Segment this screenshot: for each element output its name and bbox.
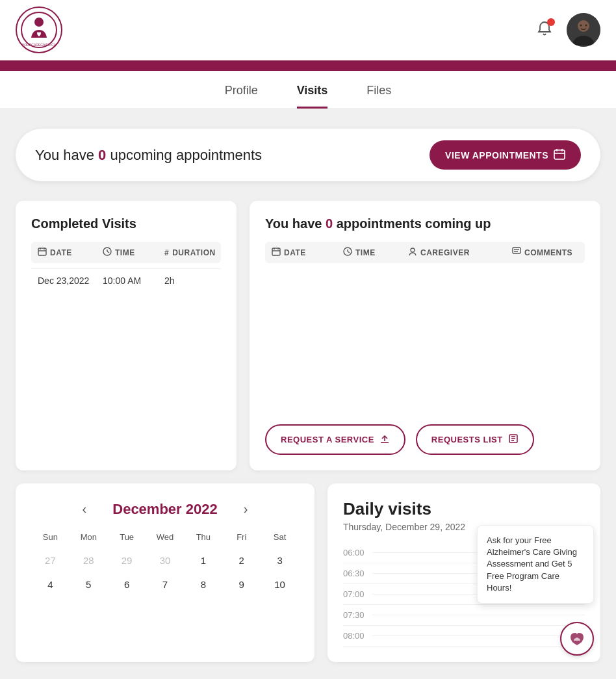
time-slot-label: 07:30 xyxy=(343,610,372,620)
col-date: DATE xyxy=(31,247,103,258)
svg-point-7 xyxy=(585,25,587,27)
bell-icon xyxy=(535,29,554,40)
time-slot: 07:30 xyxy=(343,605,585,626)
clock-icon xyxy=(103,247,112,258)
col-duration: # DURATION xyxy=(164,247,221,258)
time-slot-label: 06:00 xyxy=(343,548,372,557)
weekday-tue: Tue xyxy=(108,530,146,544)
calendar-card: ‹ December 2022 › Sun Mon Tue Wed Thu Fr… xyxy=(16,483,314,662)
avatar[interactable] xyxy=(567,13,600,47)
completed-visit-row: Dec 23,2022 10:00 AM 2h xyxy=(31,268,221,292)
appointments-text: You have 0 upcoming appointments xyxy=(35,147,262,164)
request-service-button[interactable]: REQUEST A SERVICE xyxy=(265,424,405,455)
upcoming-empty-body xyxy=(265,268,585,398)
upcoming-visits-card: You have 0 appointments coming up DATE xyxy=(250,201,600,470)
calendar-day[interactable]: 29 xyxy=(108,550,146,571)
visit-date: Dec 23,2022 xyxy=(31,275,103,286)
notification-badge xyxy=(547,18,555,26)
up-col-time: TIME xyxy=(343,247,408,258)
time-slot-label: 06:30 xyxy=(343,569,372,578)
calendar-day[interactable]: 27 xyxy=(31,550,70,571)
weekday-fri: Fri xyxy=(222,530,261,544)
tooltip-popup: Ask for your Free Alzheimer's Care Givin… xyxy=(477,525,594,604)
completed-visits-title: Completed Visits xyxy=(31,216,221,231)
visit-time: 10:00 AM xyxy=(103,275,164,286)
calendar-day[interactable]: 30 xyxy=(146,550,185,571)
calendar-grid: Sun Mon Tue Wed Thu Fri Sat 272829301234… xyxy=(31,530,299,595)
calendar-weekdays: Sun Mon Tue Wed Thu Fri Sat xyxy=(31,530,299,544)
main-content: You have 0 upcoming appointments VIEW AP… xyxy=(0,109,616,679)
visit-duration: 2h xyxy=(164,275,221,286)
calendar-day[interactable]: 2 xyxy=(222,550,261,571)
weekday-wed: Wed xyxy=(146,530,185,544)
up-col-comments: COMMENTS xyxy=(512,247,585,258)
tab-profile[interactable]: Profile xyxy=(225,84,258,109)
top-bar xyxy=(0,60,616,71)
calendar-header: ‹ December 2022 › xyxy=(31,499,299,519)
svg-rect-19 xyxy=(272,248,280,255)
appointments-banner: You have 0 upcoming appointments VIEW AP… xyxy=(16,129,600,181)
clock-icon-up xyxy=(343,247,352,258)
svg-point-6 xyxy=(580,25,582,27)
calendar-day[interactable]: 28 xyxy=(70,550,108,571)
col-time: TIME xyxy=(103,247,164,258)
logo[interactable]: YOURCAREGIVER.CA xyxy=(16,6,62,53)
completed-table-header: DATE TIME # DURATION xyxy=(31,242,221,263)
svg-line-18 xyxy=(107,251,109,253)
time-col-label: TIME xyxy=(115,248,135,257)
appointments-suffix: upcoming appointments xyxy=(110,147,262,163)
logo-svg: YOURCAREGIVER.CA xyxy=(21,12,57,48)
duration-col-label: DURATION xyxy=(172,248,215,257)
tab-files[interactable]: Files xyxy=(366,84,391,109)
svg-rect-12 xyxy=(38,248,46,255)
header: YOURCAREGIVER.CA xyxy=(0,0,616,60)
hand-heart-icon xyxy=(567,628,587,650)
up-time-label: TIME xyxy=(355,248,376,257)
calendar-day[interactable]: 6 xyxy=(108,574,146,595)
calendar-day[interactable]: 5 xyxy=(70,574,108,595)
appointments-count: 0 xyxy=(98,147,106,163)
comments-icon xyxy=(512,247,521,258)
svg-point-1 xyxy=(34,18,44,27)
up-date-label: DATE xyxy=(284,248,306,257)
nav-tabs: Profile Visits Files xyxy=(0,71,616,109)
time-slot-label: 08:00 xyxy=(343,631,372,641)
hash-icon: # xyxy=(164,248,169,257)
calendar-day[interactable]: 3 xyxy=(261,550,299,571)
time-slot-label: 07:00 xyxy=(343,589,372,599)
calendar-month: December 2022 xyxy=(112,501,217,518)
appointments-prefix: You have xyxy=(35,147,94,163)
homecare-badge[interactable] xyxy=(560,622,594,656)
header-right xyxy=(535,13,600,47)
upcoming-count: 0 xyxy=(326,216,333,231)
daily-visits-title: Daily visits xyxy=(343,499,585,519)
view-appointments-label: VIEW APPOINTMENTS xyxy=(445,150,548,160)
calendar-day[interactable]: 1 xyxy=(184,550,222,571)
time-slot: 08:00 xyxy=(343,626,585,647)
weekday-mon: Mon xyxy=(70,530,108,544)
notification-bell[interactable] xyxy=(535,19,554,40)
main-columns: Completed Visits DATE xyxy=(16,201,600,470)
calendar-prev-button[interactable]: ‹ xyxy=(76,499,94,519)
up-caregiver-label: CAREGIVER xyxy=(420,248,470,257)
calendar-day[interactable]: 7 xyxy=(146,574,185,595)
action-buttons: REQUEST A SERVICE REQUESTS LIST xyxy=(265,414,585,455)
calendar-small-icon xyxy=(38,247,47,258)
tab-visits[interactable]: Visits xyxy=(297,84,328,109)
calendar-day[interactable]: 4 xyxy=(31,574,70,595)
weekday-sat: Sat xyxy=(261,530,299,544)
person-icon xyxy=(408,247,417,258)
calendar-day[interactable]: 10 xyxy=(261,574,299,595)
requests-list-label: REQUESTS LIST xyxy=(431,435,503,444)
view-appointments-button[interactable]: VIEW APPOINTMENTS xyxy=(430,140,581,170)
calendar-next-button[interactable]: › xyxy=(237,499,255,519)
svg-point-5 xyxy=(578,20,589,32)
svg-rect-27 xyxy=(513,248,520,253)
calendar-day[interactable]: 9 xyxy=(222,574,261,595)
tooltip-text: Ask for your Free Alzheimer's Care Givin… xyxy=(487,535,577,593)
upcoming-suffix: appointments coming up xyxy=(337,216,491,231)
requests-list-button[interactable]: REQUESTS LIST xyxy=(416,424,534,455)
date-col-label: DATE xyxy=(50,248,72,257)
calendar-icon xyxy=(554,148,565,162)
calendar-day[interactable]: 8 xyxy=(184,574,222,595)
